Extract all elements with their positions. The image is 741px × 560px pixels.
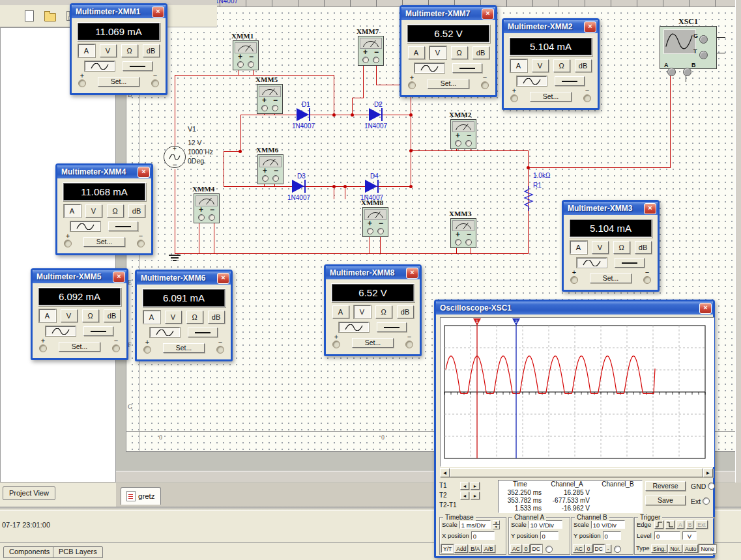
dc-coupling-button[interactable] bbox=[83, 326, 113, 336]
timebase-scale-input[interactable]: 1 ms/Div bbox=[459, 520, 491, 529]
ac-coupling-button[interactable] bbox=[85, 61, 115, 71]
channel-a-y-input[interactable]: 0 bbox=[540, 531, 559, 540]
mode-a-button[interactable]: A bbox=[332, 305, 349, 318]
multimeter-icon-xmm8[interactable]: XMM8 +− bbox=[362, 199, 390, 237]
mode-v-button[interactable]: V bbox=[100, 44, 117, 57]
add-button[interactable]: Add bbox=[454, 544, 468, 553]
mode-ω-button[interactable]: Ω bbox=[375, 305, 392, 318]
set-button[interactable]: Set... bbox=[163, 343, 205, 353]
channel-b-y-input[interactable]: 0 bbox=[603, 531, 621, 540]
meter-terminal-plus[interactable] bbox=[198, 214, 205, 221]
positive-terminal[interactable] bbox=[570, 276, 578, 284]
channel-a-radio[interactable] bbox=[545, 546, 553, 553]
mode-ω-button[interactable]: Ω bbox=[121, 44, 138, 57]
ac-coupling-button[interactable] bbox=[150, 328, 180, 337]
ac-coupling-button[interactable] bbox=[414, 63, 444, 73]
close-icon[interactable]: × bbox=[644, 203, 656, 214]
t1-left-icon[interactable]: ◄ bbox=[460, 482, 469, 490]
mode-a-button[interactable]: A bbox=[64, 204, 81, 217]
close-icon[interactable]: × bbox=[152, 7, 164, 18]
tab-pcb-layers[interactable]: PCB Layers bbox=[53, 546, 103, 558]
set-button[interactable]: Set... bbox=[98, 77, 139, 87]
rising-edge-icon[interactable] bbox=[654, 520, 663, 529]
scope-g-terminal[interactable] bbox=[699, 35, 708, 44]
negative-terminal[interactable] bbox=[112, 344, 120, 352]
meter-terminal-plus[interactable] bbox=[262, 175, 269, 182]
negative-terminal[interactable] bbox=[137, 240, 145, 247]
positive-terminal[interactable] bbox=[510, 94, 518, 102]
ac-coupling-button[interactable] bbox=[339, 322, 369, 332]
scroll-right-icon[interactable]: ► bbox=[703, 468, 713, 477]
mode-ω-button[interactable]: Ω bbox=[613, 241, 630, 254]
new-file-icon[interactable] bbox=[22, 9, 36, 23]
positive-terminal[interactable] bbox=[64, 240, 72, 247]
positive-terminal[interactable] bbox=[408, 81, 416, 89]
close-icon[interactable]: × bbox=[699, 303, 712, 314]
close-icon[interactable]: × bbox=[584, 21, 596, 33]
mode-ω-button[interactable]: Ω bbox=[107, 204, 124, 217]
multimeter-titlebar[interactable]: Multimeter-XMM4 × bbox=[57, 165, 151, 178]
mode-a-button[interactable]: A bbox=[510, 59, 527, 72]
save-button[interactable]: Save bbox=[645, 496, 686, 505]
trigger-ext-button[interactable]: Ext bbox=[695, 520, 707, 529]
multimeter-titlebar[interactable]: Multimeter-XMM5 × bbox=[33, 270, 126, 283]
set-button[interactable]: Set... bbox=[590, 273, 632, 283]
set-button[interactable]: Set... bbox=[83, 237, 125, 247]
multimeter-icon-xmm6[interactable]: XMM6 +− bbox=[257, 146, 285, 184]
mode-db-button[interactable]: dB bbox=[208, 311, 225, 324]
dc-coupling-button[interactable] bbox=[555, 76, 585, 86]
channel-a-zero-button[interactable]: 0 bbox=[523, 544, 530, 553]
dc-coupling-button[interactable] bbox=[108, 221, 138, 231]
negative-terminal[interactable] bbox=[481, 81, 489, 89]
set-button[interactable]: Set... bbox=[530, 92, 572, 102]
scope-horizontal-scrollbar[interactable]: ◄ ► bbox=[440, 468, 713, 477]
multimeter-titlebar[interactable]: Multimeter-XMM7 × bbox=[401, 7, 495, 20]
multimeter-titlebar[interactable]: Multimeter-XMM2 × bbox=[504, 20, 598, 33]
gnd-radio[interactable] bbox=[708, 483, 715, 490]
ext-radio[interactable] bbox=[703, 497, 710, 505]
channel-b-radio[interactable] bbox=[614, 546, 621, 553]
mode-db-button[interactable]: dB bbox=[575, 59, 592, 72]
positive-terminal[interactable] bbox=[39, 344, 47, 352]
trigger-nor-button[interactable]: Nor. bbox=[668, 544, 682, 553]
dc-coupling-button[interactable] bbox=[188, 328, 218, 337]
timebase-spinner[interactable]: ▲▼ bbox=[493, 520, 500, 529]
multimeter-icon-xmm5[interactable]: XMM5 +− bbox=[257, 76, 284, 114]
channel-b-minus-button[interactable]: - bbox=[605, 544, 611, 553]
positive-terminal[interactable] bbox=[78, 79, 86, 87]
mode-a-button[interactable]: A bbox=[39, 309, 56, 322]
yt-button[interactable]: Y/T bbox=[441, 544, 454, 553]
multimeter-icon-xmm2[interactable]: XMM2 +− bbox=[450, 111, 478, 149]
meter-terminal-minus[interactable] bbox=[465, 140, 472, 147]
meter-terminal-minus[interactable] bbox=[373, 57, 379, 63]
mode-db-button[interactable]: dB bbox=[128, 204, 145, 217]
tab-project-view[interactable]: Project View bbox=[3, 486, 55, 500]
scope-t-terminal[interactable] bbox=[699, 51, 708, 59]
set-button[interactable]: Set... bbox=[428, 79, 469, 89]
dc-coupling-button[interactable] bbox=[377, 322, 407, 332]
ac-coupling-button[interactable] bbox=[46, 326, 76, 336]
mode-ω-button[interactable]: Ω bbox=[451, 46, 468, 59]
close-icon[interactable]: × bbox=[482, 8, 494, 20]
meter-terminal-plus[interactable] bbox=[367, 228, 373, 234]
oscilloscope-icon[interactable]: XSC1 G T A B bbox=[660, 17, 717, 69]
multimeter-icon-xmm1[interactable]: XMM1 +− bbox=[233, 32, 260, 70]
open-file-icon[interactable] bbox=[43, 9, 57, 23]
multimeter-icon-xmm4[interactable]: XMM4 +− bbox=[194, 185, 221, 223]
negative-terminal[interactable] bbox=[405, 341, 413, 348]
mode-v-button[interactable]: V bbox=[61, 309, 78, 322]
negative-terminal[interactable] bbox=[151, 79, 159, 87]
multimeter-titlebar[interactable]: Multimeter-XMM6 × bbox=[137, 272, 231, 285]
scroll-left-icon[interactable]: ◄ bbox=[440, 468, 450, 477]
diode-d2[interactable]: D2 1N4007 bbox=[369, 100, 408, 130]
mode-ω-button[interactable]: Ω bbox=[82, 309, 99, 322]
mode-db-button[interactable]: dB bbox=[143, 44, 160, 57]
dc-coupling-button[interactable] bbox=[123, 61, 153, 71]
close-icon[interactable]: × bbox=[406, 268, 418, 279]
meter-terminal-plus[interactable] bbox=[455, 140, 461, 147]
channel-b-zero-button[interactable]: 0 bbox=[585, 544, 592, 553]
trigger-level-input[interactable]: 0 bbox=[654, 531, 680, 540]
meter-terminal-plus[interactable] bbox=[237, 61, 244, 68]
mode-ω-button[interactable]: Ω bbox=[553, 59, 570, 72]
negative-terminal[interactable] bbox=[216, 346, 224, 354]
